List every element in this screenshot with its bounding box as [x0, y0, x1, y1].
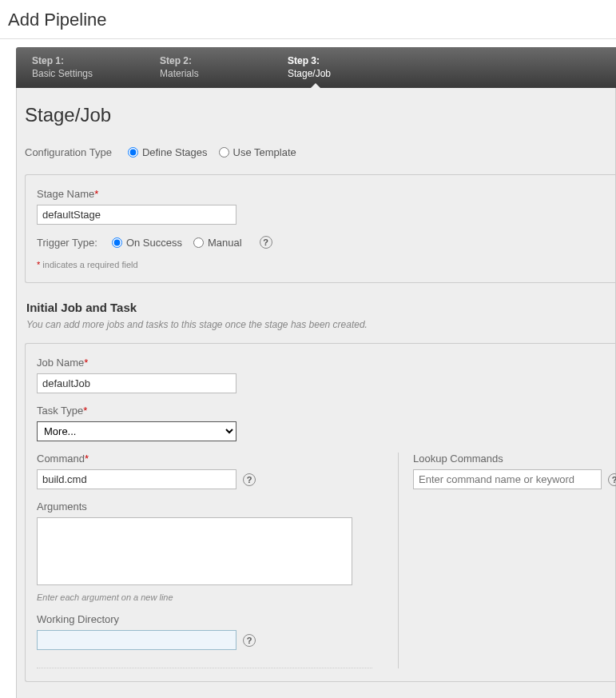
stage-name-input[interactable] — [37, 205, 236, 225]
working-dir-input[interactable] — [37, 630, 236, 650]
required-marker: * — [84, 357, 88, 369]
arguments-hint: Enter each argument on a new line — [37, 592, 372, 602]
content-panel: Stage/Job Configuration Type Define Stag… — [16, 88, 616, 698]
page-title: Add Pipeline — [8, 10, 608, 30]
stage-name-label: Stage Name* — [37, 188, 604, 200]
config-type-label: Configuration Type — [25, 146, 112, 158]
radio-define-stages[interactable]: Define Stages — [128, 146, 208, 158]
lookup-commands-label: Lookup Commands — [413, 453, 616, 465]
label-text: Stage Name — [37, 188, 94, 200]
step-title: Step 2: — [160, 55, 256, 68]
stage-panel: Stage Name* Trigger Type: On Success Man… — [25, 174, 615, 283]
job-panel: Job Name* Task Type* More... Command* — [25, 343, 615, 682]
task-type-select[interactable]: More... — [37, 421, 236, 441]
radio-on-success-input[interactable] — [112, 237, 122, 248]
wizard-step-basic-settings[interactable]: Step 1: Basic Settings — [16, 47, 144, 88]
radio-manual[interactable]: Manual — [193, 237, 242, 249]
panel-heading: Stage/Job — [25, 104, 615, 126]
task-type-label: Task Type* — [37, 405, 604, 417]
required-marker: * — [94, 188, 98, 200]
job-name-label: Job Name* — [37, 357, 604, 369]
trigger-type-row: Trigger Type: On Success Manual ? — [37, 236, 604, 249]
lookup-commands-input[interactable] — [413, 469, 602, 489]
step-label: Materials — [160, 68, 256, 81]
help-icon[interactable]: ? — [608, 473, 616, 486]
radio-label: Manual — [208, 237, 242, 249]
initial-job-desc: You can add more jobs and tasks to this … — [26, 319, 615, 330]
command-label: Command* — [37, 453, 372, 465]
step-label: Basic Settings — [32, 68, 128, 81]
label-text: Job Name — [37, 357, 84, 369]
wizard-step-materials[interactable]: Step 2: Materials — [144, 47, 272, 88]
required-marker: * — [85, 453, 89, 465]
trigger-type-label: Trigger Type: — [37, 237, 97, 249]
label-text: Command — [37, 453, 85, 465]
page-header: Add Pipeline — [0, 0, 616, 39]
help-icon[interactable]: ? — [243, 634, 256, 647]
radio-label: Define Stages — [142, 146, 208, 158]
radio-define-stages-input[interactable] — [128, 147, 138, 158]
radio-manual-input[interactable] — [193, 237, 204, 248]
label-text: Task Type — [37, 405, 83, 417]
required-marker: * — [83, 405, 87, 417]
divider — [37, 668, 372, 668]
config-type-row: Configuration Type Define Stages Use Tem… — [25, 146, 615, 158]
radio-label: Use Template — [233, 146, 296, 158]
radio-label: On Success — [126, 237, 182, 249]
command-input[interactable] — [37, 469, 236, 489]
help-icon[interactable]: ? — [260, 236, 272, 249]
help-icon[interactable]: ? — [243, 473, 256, 486]
step-title: Step 3: — [288, 55, 384, 68]
radio-use-template-input[interactable] — [219, 147, 229, 158]
wizard-nav: Step 1: Basic Settings Step 2: Materials… — [16, 47, 616, 88]
step-label: Stage/Job — [288, 68, 384, 81]
note-text: indicates a required field — [40, 260, 137, 269]
job-name-input[interactable] — [37, 373, 236, 393]
arguments-textarea[interactable] — [37, 517, 352, 585]
required-note: * indicates a required field — [37, 260, 604, 269]
arguments-label: Arguments — [37, 501, 372, 513]
wizard-step-stage-job[interactable]: Step 3: Stage/Job — [272, 47, 399, 88]
working-dir-label: Working Directory — [37, 613, 372, 625]
step-title: Step 1: — [32, 55, 128, 68]
initial-job-heading: Initial Job and Task — [26, 301, 615, 314]
radio-use-template[interactable]: Use Template — [219, 146, 296, 158]
radio-on-success[interactable]: On Success — [112, 237, 182, 249]
